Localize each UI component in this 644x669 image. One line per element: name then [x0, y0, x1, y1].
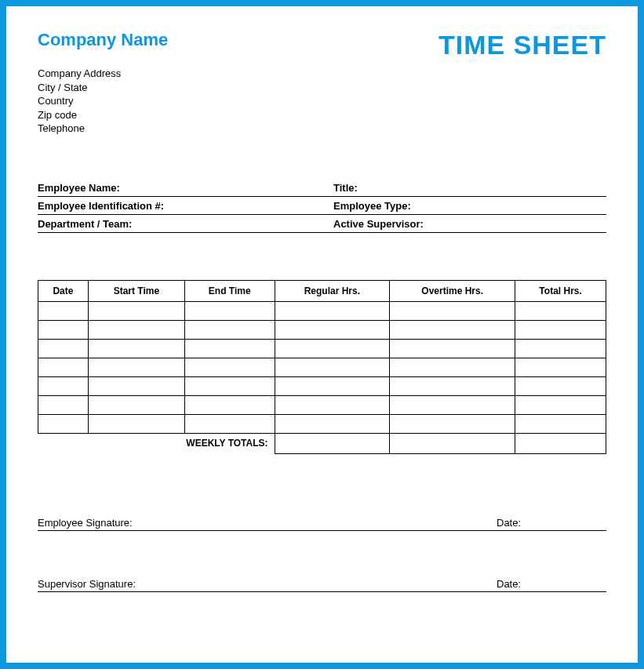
cell-overtime: [390, 320, 515, 339]
table-row: [38, 320, 606, 339]
cell-date: [38, 358, 89, 376]
cell-date: [38, 301, 89, 320]
cell-date: [38, 414, 89, 433]
weekly-totals-row: WEEKLY TOTALS:: [38, 433, 606, 453]
table-row: [38, 301, 606, 320]
table-row: [38, 414, 606, 433]
cell-overtime: [390, 414, 515, 433]
cell-total: [515, 301, 606, 320]
cell-regular: [275, 358, 390, 376]
col-overtime: Overtime Hrs.: [390, 280, 515, 301]
totals-regular: [275, 433, 390, 453]
cell-date: [38, 376, 89, 395]
employee-signature-date-label: Date:: [497, 517, 606, 529]
cell-end: [184, 358, 275, 376]
cell-date: [38, 339, 89, 358]
col-date: Date: [38, 280, 89, 301]
cell-start: [88, 358, 184, 376]
cell-total: [515, 320, 606, 339]
cell-regular: [275, 339, 390, 358]
cell-total: [515, 414, 606, 433]
cell-regular: [275, 414, 390, 433]
cell-overtime: [390, 358, 515, 376]
cell-start: [88, 414, 184, 433]
table-row: [38, 339, 606, 358]
totals-overtime: [390, 433, 515, 453]
table-row: [38, 376, 606, 395]
timesheet-page: Company Name TIME SHEET Company Address …: [0, 0, 644, 669]
employee-type-label: Employee Type:: [333, 200, 606, 212]
employee-row-3: Department / Team: Active Supervisor:: [38, 215, 606, 233]
document-title: TIME SHEET: [438, 30, 606, 60]
employee-row-2: Employee Identification #: Employee Type…: [38, 197, 606, 215]
employee-row-1: Employee Name: Title:: [38, 179, 606, 197]
cell-end: [184, 339, 275, 358]
company-address: Company Address: [38, 67, 606, 81]
employee-title-label: Title:: [333, 182, 606, 194]
cell-start: [88, 339, 184, 358]
cell-overtime: [390, 376, 515, 395]
cell-start: [88, 376, 184, 395]
company-zip: Zip code: [38, 108, 606, 122]
cell-end: [184, 376, 275, 395]
cell-start: [88, 320, 184, 339]
cell-overtime: [390, 301, 515, 320]
col-total: Total Hrs.: [515, 280, 606, 301]
cell-overtime: [390, 395, 515, 414]
employee-dept-label: Department / Team:: [38, 218, 333, 230]
cell-date: [38, 395, 89, 414]
cell-end: [184, 414, 275, 433]
employee-name-label: Employee Name:: [38, 182, 333, 194]
company-info-block: Company Address City / State Country Zip…: [38, 67, 606, 136]
totals-total: [515, 433, 606, 453]
cell-start: [88, 395, 184, 414]
header: Company Name TIME SHEET: [38, 30, 606, 60]
cell-overtime: [390, 339, 515, 358]
cell-end: [184, 395, 275, 414]
cell-date: [38, 320, 89, 339]
col-start: Start Time: [88, 280, 184, 301]
cell-total: [515, 339, 606, 358]
supervisor-signature-date-label: Date:: [497, 578, 606, 590]
cell-total: [515, 358, 606, 376]
table-header-row: Date Start Time End Time Regular Hrs. Ov…: [38, 280, 606, 301]
cell-total: [515, 395, 606, 414]
cell-regular: [275, 395, 390, 414]
signatures-block: Employee Signature: Date: Supervisor Sig…: [38, 517, 606, 592]
table-row: [38, 358, 606, 376]
table-row: [38, 395, 606, 414]
col-regular: Regular Hrs.: [275, 280, 390, 301]
company-name: Company Name: [38, 30, 168, 50]
cell-start: [88, 301, 184, 320]
employee-id-label: Employee Identification #:: [38, 200, 333, 212]
cell-regular: [275, 320, 390, 339]
cell-regular: [275, 301, 390, 320]
cell-end: [184, 301, 275, 320]
company-telephone: Telephone: [38, 122, 606, 136]
weekly-totals-label: WEEKLY TOTALS:: [38, 433, 275, 453]
supervisor-signature-label: Supervisor Signature:: [38, 578, 497, 590]
cell-regular: [275, 376, 390, 395]
company-city-state: City / State: [38, 81, 606, 95]
time-table: Date Start Time End Time Regular Hrs. Ov…: [38, 280, 606, 454]
employee-signature-label: Employee Signature:: [38, 517, 497, 529]
company-country: Country: [38, 94, 606, 108]
col-end: End Time: [184, 280, 275, 301]
employee-info-block: Employee Name: Title: Employee Identific…: [38, 179, 606, 233]
employee-signature-row: Employee Signature: Date:: [38, 517, 606, 531]
cell-total: [515, 376, 606, 395]
employee-supervisor-label: Active Supervisor:: [333, 218, 606, 230]
supervisor-signature-row: Supervisor Signature: Date:: [38, 578, 606, 592]
cell-end: [184, 320, 275, 339]
